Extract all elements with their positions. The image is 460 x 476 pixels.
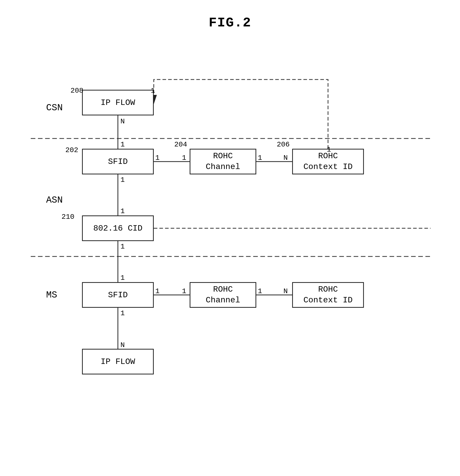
one-dashed-top-csn-label: 1: [151, 87, 155, 95]
ip-flow-csn-box: IP FLOW: [82, 90, 154, 115]
rohc-channel-asn-label: ROHC Channel: [206, 151, 240, 172]
one-sfid-asn-right-label: 1: [155, 154, 160, 162]
ref-208-label: 208: [70, 87, 83, 95]
one-cid-bot-label: 1: [120, 243, 125, 251]
sfid-asn-label: SFID: [108, 157, 128, 166]
one-sfid-ms-bot-label: 1: [120, 309, 125, 317]
one-sfid-ms-right-label: 1: [155, 287, 160, 295]
ip-flow-ms-box: IP FLOW: [82, 349, 154, 374]
one-rohc-ch-ms-left-label: 1: [182, 287, 186, 295]
rohc-channel-ms-label: ROHC Channel: [206, 284, 240, 305]
ref-206-label: 206: [277, 141, 290, 148]
ip-flow-ms-label: IP FLOW: [101, 357, 135, 366]
sfid-ms-label: SFID: [108, 290, 128, 300]
one-dashed-top-right-label: 1: [327, 146, 331, 154]
sfid-ms-box: SFID: [82, 282, 154, 308]
one-rohc-ch-ms-right-label: 1: [258, 287, 262, 295]
ref-204-label: 204: [174, 141, 187, 148]
rohc-context-ms-box: ROHC Context ID: [292, 282, 364, 308]
rohc-context-ms-label: ROHC Context ID: [303, 284, 353, 305]
n-rohc-ctx-ms-label: N: [283, 287, 288, 295]
one-rohc-ch-asn-left-label: 1: [182, 154, 186, 162]
csn-label: CSN: [46, 103, 63, 113]
ms-label: MS: [46, 290, 57, 300]
one-cid-top-label: 1: [120, 207, 125, 215]
rohc-channel-asn-box: ROHC Channel: [190, 149, 256, 174]
ref-202-label: 202: [65, 146, 78, 154]
ref-210-label: 210: [62, 213, 74, 221]
cid-802-label: 802.16 CID: [93, 224, 142, 233]
n-ipflow-csn-label: N: [120, 117, 125, 125]
rohc-context-asn-label: ROHC Context ID: [303, 151, 353, 172]
one-sfid-asn-top-label: 1: [120, 141, 125, 148]
page-title: FIG.2: [209, 15, 251, 31]
n-rohc-ctx-asn-label: N: [283, 154, 288, 162]
one-rohc-ch-asn-right-label: 1: [258, 154, 262, 162]
one-sfid-asn-bot-label: 1: [120, 176, 125, 184]
rohc-channel-ms-box: ROHC Channel: [190, 282, 256, 308]
asn-label: ASN: [46, 195, 63, 205]
cid-802-box: 802.16 CID: [82, 215, 154, 241]
n-ipflow-ms-label: N: [120, 341, 125, 349]
one-sfid-ms-top-label: 1: [120, 274, 125, 282]
sfid-asn-box: SFID: [82, 149, 154, 174]
ip-flow-csn-label: IP FLOW: [101, 98, 135, 107]
